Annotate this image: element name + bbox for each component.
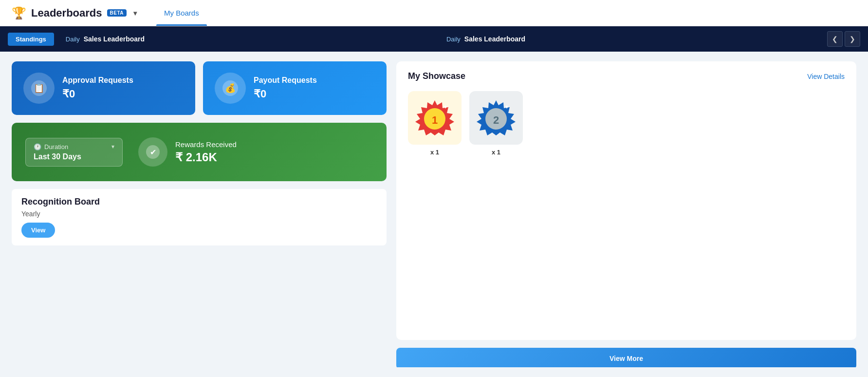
svg-text:2: 2 xyxy=(493,114,499,126)
svg-text:✦: ✦ xyxy=(443,104,448,111)
silver-medal-icon: 2 ✦ xyxy=(477,98,516,137)
badge-gold-count: x 1 xyxy=(430,149,439,156)
nav-tabs: My Boards xyxy=(156,0,207,26)
recognition-section: Recognition Board Yearly View xyxy=(12,189,387,245)
next-button[interactable]: ❯ xyxy=(845,31,860,47)
standings-item-2: Daily Sales Leaderboard xyxy=(446,35,815,43)
approval-card-text: Approval Requests ₹0 xyxy=(62,76,133,100)
showcase-title: My Showcase xyxy=(408,71,465,81)
standings-item-2-name: Sales Leaderboard xyxy=(464,35,525,43)
approval-icon: 📋 xyxy=(23,73,55,104)
prev-button[interactable]: ❮ xyxy=(827,31,843,47)
recognition-title: Recognition Board xyxy=(21,197,377,207)
beta-badge: BETA xyxy=(107,9,127,17)
svg-text:✦: ✦ xyxy=(504,104,509,111)
badge-silver-container: 2 ✦ xyxy=(469,91,523,145)
right-column: My Showcase View Details 1 xyxy=(396,61,856,367)
svg-text:📋: 📋 xyxy=(34,83,45,94)
svg-text:✔: ✔ xyxy=(150,148,156,156)
duration-label: 🕐 Duration xyxy=(34,143,68,151)
right-view-more-button[interactable]: View More xyxy=(396,348,856,367)
tab-my-boards[interactable]: My Boards xyxy=(156,0,207,26)
showcase-header: My Showcase View Details xyxy=(408,71,845,81)
badge-gold-container: 1 ✦ xyxy=(408,91,462,145)
top-nav: 🏆 Leaderboards BETA ▾ My Boards xyxy=(0,0,868,26)
gold-medal-icon: 1 ✦ xyxy=(415,98,454,137)
rewards-icon: ✔ xyxy=(138,137,167,167)
recognition-subtitle: Yearly xyxy=(21,210,377,218)
duration-value: Last 30 Days xyxy=(34,152,114,161)
rewards-svg-icon: ✔ xyxy=(145,144,161,160)
duration-dropdown[interactable]: 🕐 Duration ▾ Last 30 Days xyxy=(25,138,123,167)
approval-amount: ₹0 xyxy=(62,88,133,100)
trophy-icon: 🏆 xyxy=(12,6,26,20)
rewards-text: Rewards Received ₹ 2.16K xyxy=(175,140,237,164)
payout-icon: 💰 xyxy=(215,73,246,104)
left-column: 📋 Approval Requests ₹0 💰 Payout Re xyxy=(12,61,387,367)
main-content: 📋 Approval Requests ₹0 💰 Payout Re xyxy=(0,52,868,377)
chevron-icon: ▾ xyxy=(111,143,114,150)
chevron-down-icon[interactable]: ▾ xyxy=(133,9,137,17)
rewards-card: 🕐 Duration ▾ Last 30 Days ✔ Rewards Rece… xyxy=(12,123,387,181)
badge-item-gold: 1 ✦ x 1 xyxy=(408,91,462,156)
clock-icon: 🕐 xyxy=(34,143,41,151)
approval-svg-icon: 📋 xyxy=(30,79,48,97)
recognition-btn-area: View xyxy=(21,223,377,238)
svg-text:💰: 💰 xyxy=(225,83,236,94)
standings-item-1-name: Sales Leaderboard xyxy=(84,35,145,43)
standings-item-1: Daily Sales Leaderboard xyxy=(66,35,435,43)
rewards-title: Rewards Received xyxy=(175,140,237,149)
badges-row: 1 ✦ x 1 xyxy=(408,91,845,156)
standings-button[interactable]: Standings xyxy=(8,33,54,46)
rewards-amount: ₹ 2.16K xyxy=(175,151,237,164)
rewards-info: ✔ Rewards Received ₹ 2.16K xyxy=(138,137,237,167)
view-details-link[interactable]: View Details xyxy=(807,73,845,80)
approval-card: 📋 Approval Requests ₹0 xyxy=(12,61,195,115)
badge-item-silver: 2 ✦ x 1 xyxy=(469,91,523,156)
standings-nav: ❮ ❯ xyxy=(827,31,860,47)
standings-bar: Standings Daily Sales Leaderboard Daily … xyxy=(0,26,868,52)
badge-silver-count: x 1 xyxy=(492,149,500,156)
brand-name: Leaderboards xyxy=(31,7,102,19)
payout-card-text: Payout Requests ₹0 xyxy=(254,76,317,100)
standings-item-1-label: Daily xyxy=(66,36,80,43)
recognition-view-button[interactable]: View xyxy=(21,223,55,238)
payout-card: 💰 Payout Requests ₹0 xyxy=(203,61,387,115)
showcase-card: My Showcase View Details 1 xyxy=(396,61,856,340)
payout-amount: ₹0 xyxy=(254,88,317,100)
approval-title: Approval Requests xyxy=(62,76,133,85)
brand: 🏆 Leaderboards BETA ▾ xyxy=(12,6,137,20)
svg-text:1: 1 xyxy=(432,114,438,126)
cards-row: 📋 Approval Requests ₹0 💰 Payout Re xyxy=(12,61,387,115)
bottom-right-area: View More xyxy=(396,348,856,367)
standings-item-2-label: Daily xyxy=(446,36,461,43)
payout-svg-icon: 💰 xyxy=(222,79,239,97)
payout-title: Payout Requests xyxy=(254,76,317,85)
